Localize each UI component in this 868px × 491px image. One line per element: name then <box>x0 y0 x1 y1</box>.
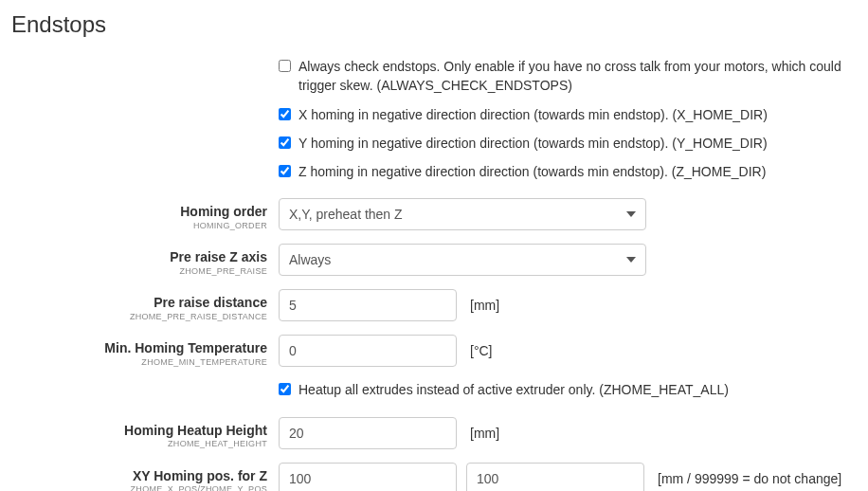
homing-order-sublabel: HOMING_ORDER <box>11 221 267 230</box>
min-homing-temp-input[interactable] <box>279 335 457 367</box>
always-check-endstops-label: Always check endstops. Only enable if yo… <box>298 57 868 96</box>
always-check-endstops-checkbox[interactable] <box>279 60 291 72</box>
heat-all-label: Heatup all extrudes instead of active ex… <box>298 380 868 399</box>
pre-raise-distance-input[interactable] <box>279 289 457 321</box>
z-home-dir-checkbox[interactable] <box>279 165 291 177</box>
pre-raise-label: Pre raise Z axis <box>170 249 267 264</box>
zhome-y-pos-input[interactable] <box>466 463 644 491</box>
pre-raise-select[interactable]: Always <box>279 244 646 276</box>
min-homing-temp-unit: [°C] <box>470 343 493 358</box>
heatup-height-label: Homing Heatup Height <box>124 423 267 438</box>
homing-order-label: Homing order <box>180 204 267 219</box>
pre-raise-sublabel: ZHOME_PRE_RAISE <box>11 266 267 276</box>
zhome-x-pos-input[interactable] <box>279 463 457 491</box>
section-title: Endstops <box>11 11 868 38</box>
pre-raise-distance-sublabel: ZHOME_PRE_RAISE_DISTANCE <box>11 312 267 321</box>
y-home-dir-label: Y homing in negative direction direction… <box>298 134 868 153</box>
min-homing-temp-label: Min. Homing Temperature <box>104 340 267 355</box>
pre-raise-distance-unit: [mm] <box>470 298 499 313</box>
x-home-dir-checkbox[interactable] <box>279 108 291 120</box>
min-homing-temp-sublabel: ZHOME_MIN_TEMPERATURE <box>11 357 267 367</box>
homing-order-select[interactable]: X,Y, preheat then Z <box>279 198 646 230</box>
x-home-dir-label: X homing in negative direction direction… <box>298 105 868 124</box>
y-home-dir-checkbox[interactable] <box>279 136 291 149</box>
z-home-dir-label: Z homing in negative direction direction… <box>298 162 868 181</box>
heatup-height-unit: [mm] <box>470 426 499 441</box>
pre-raise-distance-label: Pre raise distance <box>154 295 267 310</box>
heat-all-checkbox[interactable] <box>279 383 291 395</box>
heatup-height-input[interactable] <box>279 417 457 449</box>
heatup-height-sublabel: ZHOME_HEAT_HEIGHT <box>11 439 267 448</box>
xy-homing-pos-sublabel: ZHOME_X_POS/ZHOME_Y_POS <box>11 484 267 491</box>
xy-homing-pos-unit: [mm / 999999 = do not change] <box>658 471 841 486</box>
xy-homing-pos-label: XY Homing pos. for Z <box>133 468 267 483</box>
